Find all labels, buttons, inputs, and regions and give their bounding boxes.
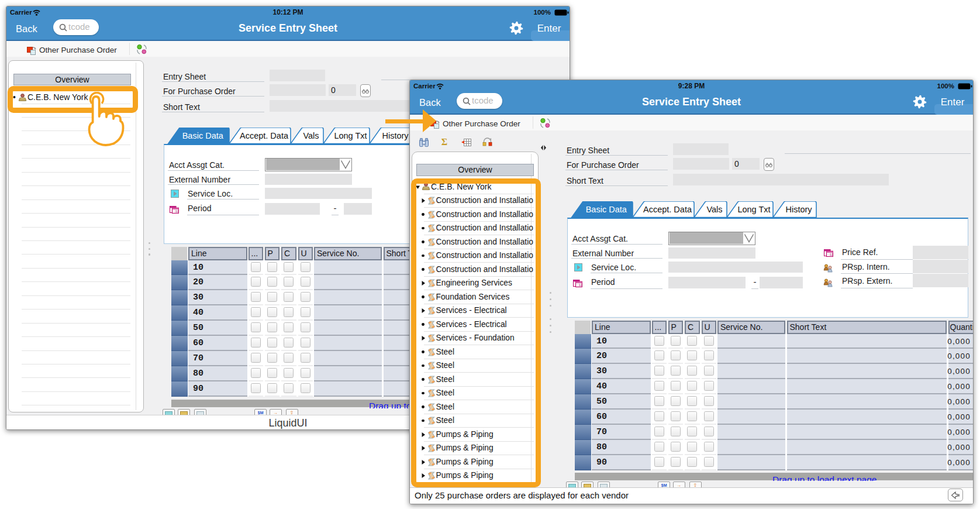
svg-text:12: 12 (830, 253, 833, 256)
svg-text:12: 12 (579, 283, 582, 286)
svg-text:12: 12 (175, 209, 179, 212)
